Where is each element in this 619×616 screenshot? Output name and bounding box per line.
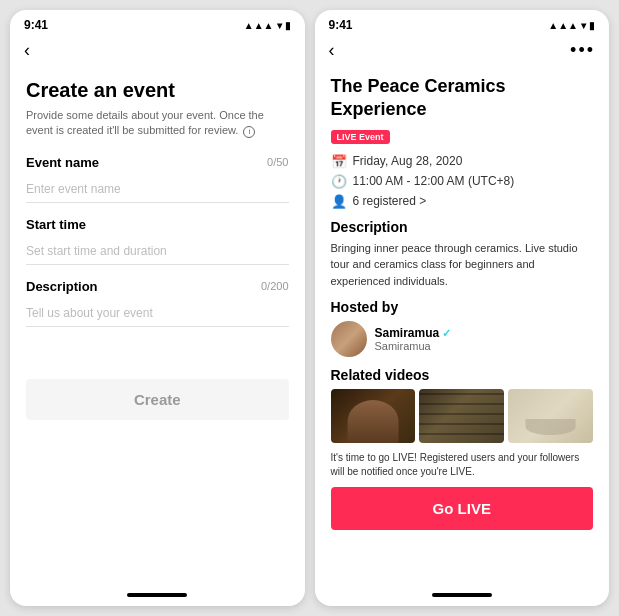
left-status-time: 9:41 xyxy=(24,18,48,32)
video-thumbnails xyxy=(331,389,594,443)
event-name-field: Event name 0/50 xyxy=(26,155,289,203)
left-status-bar: 9:41 ▲▲▲ ▾ ▮ xyxy=(10,10,305,36)
verified-icon: ✓ xyxy=(442,327,451,340)
right-nav-bar: ‹ ••• xyxy=(315,36,610,69)
info-icon[interactable]: i xyxy=(243,126,255,138)
more-options-button[interactable]: ••• xyxy=(570,40,595,61)
person-icon: 👤 xyxy=(331,194,347,209)
left-phone: 9:41 ▲▲▲ ▾ ▮ ‹ Create an event Provide s… xyxy=(10,10,305,606)
right-status-icons: ▲▲▲ ▾ ▮ xyxy=(548,20,595,31)
right-wifi-icon: ▾ xyxy=(581,20,586,31)
create-event-title: Create an event xyxy=(26,79,289,102)
start-time-field: Start time xyxy=(26,217,289,265)
right-back-button[interactable]: ‹ xyxy=(329,40,335,61)
start-time-label: Start time xyxy=(26,217,86,232)
time-row: 🕐 11:00 AM - 12:00 AM (UTC+8) xyxy=(331,174,594,189)
event-name-label: Event name xyxy=(26,155,99,170)
hosted-by-title: Hosted by xyxy=(331,299,594,315)
right-bottom-bar xyxy=(315,588,610,606)
registered-row: 👤 6 registered > xyxy=(331,194,594,209)
date-row: 📅 Friday, Aug 28, 2020 xyxy=(331,154,594,169)
related-videos-section: Related videos xyxy=(331,367,594,443)
event-meta: 📅 Friday, Aug 28, 2020 🕐 11:00 AM - 12:0… xyxy=(331,154,594,209)
hosted-by-section: Hosted by Samiramua ✓ Samiramua xyxy=(331,299,594,357)
live-event-badge: LIVE Event xyxy=(331,130,390,144)
video-thumb-1[interactable] xyxy=(331,389,416,443)
start-time-header: Start time xyxy=(26,217,289,232)
clock-icon: 🕐 xyxy=(331,174,347,189)
create-event-subtitle: Provide some details about your event. O… xyxy=(26,108,289,139)
event-detail-content: The Peace Ceramics Experience LIVE Event… xyxy=(315,69,610,588)
right-signal-icon: ▲▲▲ xyxy=(548,20,578,31)
right-battery-icon: ▮ xyxy=(589,20,595,31)
host-info: Samiramua ✓ Samiramua xyxy=(375,326,452,352)
wifi-icon: ▾ xyxy=(277,20,282,31)
event-title: The Peace Ceramics Experience xyxy=(331,75,594,122)
create-button[interactable]: Create xyxy=(26,379,289,420)
back-button[interactable]: ‹ xyxy=(24,40,30,61)
event-name-count: 0/50 xyxy=(267,156,288,168)
video-thumb-3[interactable] xyxy=(508,389,593,443)
left-status-icons: ▲▲▲ ▾ ▮ xyxy=(244,20,291,31)
description-field: Description 0/200 xyxy=(26,279,289,327)
right-status-bar: 9:41 ▲▲▲ ▾ ▮ xyxy=(315,10,610,36)
battery-icon: ▮ xyxy=(285,20,291,31)
host-avatar[interactable] xyxy=(331,321,367,357)
related-videos-title: Related videos xyxy=(331,367,594,383)
host-handle: Samiramua xyxy=(375,340,452,352)
left-bottom-bar xyxy=(10,588,305,606)
signal-icon: ▲▲▲ xyxy=(244,20,274,31)
right-status-time: 9:41 xyxy=(329,18,353,32)
app-container: 9:41 ▲▲▲ ▾ ▮ ‹ Create an event Provide s… xyxy=(0,0,619,616)
calendar-icon: 📅 xyxy=(331,154,347,169)
registered-count[interactable]: 6 registered > xyxy=(353,194,427,208)
live-cta-text: It's time to go LIVE! Registered users a… xyxy=(331,451,594,479)
event-name-header: Event name 0/50 xyxy=(26,155,289,170)
go-live-button[interactable]: Go LIVE xyxy=(331,487,594,530)
description-input[interactable] xyxy=(26,300,289,327)
description-count: 0/200 xyxy=(261,280,289,292)
description-section-title: Description xyxy=(331,219,594,235)
right-phone: 9:41 ▲▲▲ ▾ ▮ ‹ ••• The Peace Ceramics Ex… xyxy=(315,10,610,606)
thumb-shelves-shape xyxy=(419,389,504,443)
event-time: 11:00 AM - 12:00 AM (UTC+8) xyxy=(353,174,515,188)
left-nav-bar: ‹ xyxy=(10,36,305,69)
start-time-input[interactable] xyxy=(26,238,289,265)
host-name: Samiramua ✓ xyxy=(375,326,452,340)
event-name-input[interactable] xyxy=(26,176,289,203)
video-thumb-2[interactable] xyxy=(419,389,504,443)
left-home-indicator xyxy=(127,593,187,597)
description-header: Description 0/200 xyxy=(26,279,289,294)
event-title-row: The Peace Ceramics Experience LIVE Event xyxy=(331,75,594,144)
event-description-text: Bringing inner peace through ceramics. L… xyxy=(331,240,594,290)
event-date: Friday, Aug 28, 2020 xyxy=(353,154,463,168)
host-avatar-image xyxy=(331,321,367,357)
host-row: Samiramua ✓ Samiramua xyxy=(331,321,594,357)
thumb-bowl-shape xyxy=(525,419,576,435)
create-event-content: Create an event Provide some details abo… xyxy=(10,69,305,588)
right-home-indicator xyxy=(432,593,492,597)
description-label: Description xyxy=(26,279,98,294)
thumb-person-shape xyxy=(347,400,398,443)
